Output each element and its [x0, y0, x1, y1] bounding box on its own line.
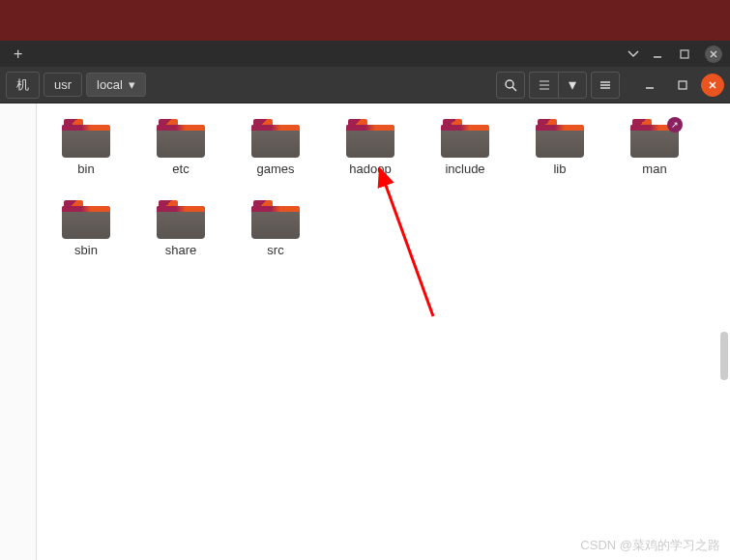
folder-label: hadoop: [349, 162, 391, 176]
inner-close-button[interactable]: [701, 74, 724, 97]
svg-point-2: [506, 80, 513, 88]
folder-icon: [62, 119, 110, 158]
dropdown-triangle-icon: ▾: [129, 77, 135, 92]
scrollbar[interactable]: [720, 332, 728, 380]
file-grid[interactable]: bin etc games hadoop include lib ↗ man s…: [37, 103, 730, 560]
inner-maximize-button[interactable]: [668, 72, 697, 99]
new-tab-button[interactable]: +: [8, 45, 28, 63]
menu-button[interactable]: [591, 72, 620, 99]
folder-icon: [441, 119, 489, 158]
view-dropdown-button[interactable]: ▾: [558, 72, 587, 99]
folder-icon: [251, 200, 300, 239]
svg-rect-11: [679, 81, 686, 89]
folder-item[interactable]: bin: [43, 115, 130, 191]
content-area: bin etc games hadoop include lib ↗ man s…: [0, 103, 730, 560]
close-button[interactable]: [705, 45, 722, 63]
dropdown-chevron-icon[interactable]: [628, 47, 639, 61]
folder-icon: [536, 119, 584, 158]
svg-line-3: [512, 87, 516, 91]
folder-item[interactable]: games: [232, 115, 319, 191]
desktop-background: [0, 0, 730, 41]
folder-icon: [157, 200, 205, 239]
folder-label: bin: [77, 162, 94, 176]
sidebar[interactable]: [0, 103, 37, 560]
maximize-button[interactable]: [678, 47, 691, 61]
breadcrumb-label: 机: [16, 76, 29, 94]
svg-line-12: [380, 169, 433, 316]
folder-item[interactable]: hadoop: [327, 115, 414, 191]
folder-label: man: [642, 162, 666, 176]
breadcrumb-segment-current[interactable]: local ▾: [86, 73, 146, 97]
folder-icon: [251, 119, 300, 158]
folder-label: src: [267, 243, 283, 257]
folder-item[interactable]: etc: [137, 115, 224, 191]
search-button[interactable]: [496, 72, 525, 99]
folder-item[interactable]: lib: [516, 115, 603, 191]
inner-minimize-button[interactable]: [635, 72, 664, 99]
folder-item[interactable]: ↗ man: [611, 115, 698, 191]
folder-item[interactable]: src: [232, 196, 319, 272]
folder-label: share: [165, 243, 197, 257]
symlink-badge-icon: ↗: [667, 117, 683, 133]
breadcrumb-label: usr: [54, 77, 72, 92]
breadcrumb-segment[interactable]: 机: [6, 72, 40, 99]
breadcrumb-segment[interactable]: usr: [44, 73, 82, 97]
folder-icon: [62, 200, 110, 239]
folder-item[interactable]: sbin: [43, 196, 130, 272]
list-view-button[interactable]: [529, 72, 558, 99]
folder-icon: [346, 119, 394, 158]
folder-label: sbin: [74, 243, 98, 257]
svg-rect-1: [681, 50, 688, 58]
minimize-button[interactable]: [651, 47, 664, 61]
file-manager-window: + 机 usr local ▾: [0, 41, 730, 560]
breadcrumb-label: local: [97, 77, 123, 92]
folder-icon: ↗: [630, 119, 679, 158]
watermark: CSDN @菜鸡的学习之路: [580, 537, 720, 554]
titlebar[interactable]: +: [0, 41, 730, 67]
folder-label: include: [445, 162, 484, 176]
folder-icon: [157, 119, 205, 158]
folder-label: lib: [553, 162, 566, 176]
folder-label: games: [256, 162, 294, 176]
folder-label: etc: [172, 162, 189, 176]
folder-item[interactable]: include: [422, 115, 509, 191]
toolbar: 机 usr local ▾ ▾: [0, 67, 730, 103]
folder-item[interactable]: share: [137, 196, 224, 272]
